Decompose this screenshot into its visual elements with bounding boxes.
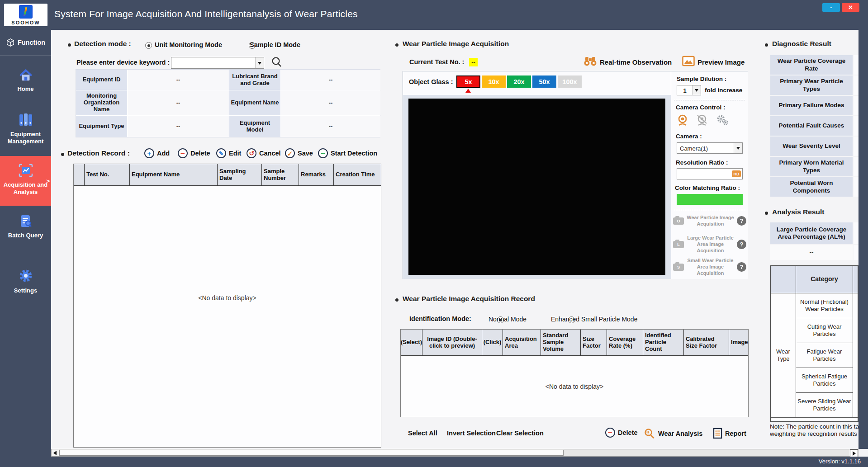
radio-label-normal-mode[interactable]: Normal Mode: [489, 316, 526, 323]
undo-icon: ↺: [247, 148, 256, 158]
select-all-button[interactable]: Select All: [408, 429, 437, 437]
object-glass-50x[interactable]: 50x: [532, 75, 556, 88]
device-keyword-label: Please enter device keyword :: [76, 59, 170, 66]
object-glass-100x[interactable]: 100x: [558, 75, 582, 88]
title-bar: SOOHOW System For Image Acquisition And …: [0, 0, 868, 30]
equipment-id-value: --: [128, 70, 229, 90]
diagnostic-item: Primary Failure Modes: [770, 96, 853, 115]
detection-record-table[interactable]: Test No. Equipment Name Sampling Date Sa…: [73, 164, 381, 448]
camera-l-icon: L: [673, 241, 684, 248]
plus-icon: +: [144, 148, 154, 158]
radio-label-unit-monitoring[interactable]: Unit Monitoring Mode: [155, 41, 222, 48]
realtime-observation-button[interactable]: Real-time Observation: [600, 58, 672, 66]
device-keyword-combobox[interactable]: [171, 57, 264, 69]
sidebar-item-equipment-management[interactable]: Equipment Management: [0, 113, 51, 146]
report-button[interactable]: Report: [713, 428, 746, 439]
equipment-id-label: Equipment ID: [76, 70, 127, 90]
radio-label-sample-id[interactable]: Sample ID Mode: [250, 41, 300, 48]
camera-settings-gears-icon[interactable]: [716, 114, 729, 126]
sample-dilution-combobox[interactable]: 1: [677, 85, 701, 95]
help-icon[interactable]: ?: [737, 240, 746, 249]
sidebar-item-batch-query[interactable]: Batch Query: [0, 214, 51, 239]
cancel-button[interactable]: ↺Cancel: [247, 148, 281, 158]
sample-dilution-label: Sample Dilution :: [677, 75, 726, 82]
header-calibrated-size-factor: Calibrated Size Factor: [684, 330, 729, 355]
large-wear-area-capture-button[interactable]: L Large Wear Particle Area Image Acquisi…: [673, 235, 746, 254]
equipment-info-table: Equipment ID -- Lubricant Brand and Grad…: [76, 69, 380, 137]
divider: [674, 100, 745, 100]
section-bullet: [765, 212, 768, 215]
wear-type-cell: Wear Type: [771, 293, 796, 418]
diagnostic-value: [854, 177, 859, 197]
detection-record-table-body: <No data to display>: [74, 186, 381, 447]
sidebar-item-label: Settings: [0, 287, 51, 294]
sidebar-item-settings[interactable]: Settings: [0, 268, 51, 294]
object-glass-5x[interactable]: 5x: [456, 75, 480, 88]
color-matching-label: Color Matching Ratio :: [675, 184, 740, 191]
chevron-down-icon[interactable]: [255, 57, 264, 68]
horizontal-scrollbar[interactable]: [51, 449, 859, 457]
start-detection-button[interactable]: ~Start Detection: [318, 148, 377, 158]
small-wear-area-capture-button[interactable]: S Small Wear Particle Area Image Acquisi…: [673, 258, 746, 276]
camera-side-controls: Sample Dilution : 1 fold increase Camera…: [671, 71, 748, 279]
chevron-down-icon[interactable]: [692, 85, 701, 95]
camera-value: Camera(1): [680, 145, 708, 151]
object-glass-20x[interactable]: 20x: [507, 75, 531, 88]
category-table: Category Wear Type Normal (Frictional) W…: [770, 265, 859, 422]
search-icon[interactable]: [271, 56, 282, 68]
invert-selection-button[interactable]: Invert Selection: [447, 429, 496, 437]
version-text: Version: v1.1.16: [819, 458, 861, 465]
scrollbar-thumb[interactable]: [59, 450, 564, 456]
minimize-button[interactable]: -: [822, 3, 840, 12]
sidebar-item-label: Equipment Management: [0, 131, 51, 146]
sidebar-item-acquisition-and-analysis[interactable]: Acquisition and Analysis >: [0, 156, 51, 206]
category-row: Cutting Wear Particles: [796, 318, 853, 343]
sidebar-item-label: Batch Query: [0, 232, 51, 239]
webcam-on-icon[interactable]: [677, 114, 688, 127]
add-button[interactable]: +Add: [144, 148, 170, 158]
acquisition-record-table[interactable]: (Select) Image ID (Double-click to previ…: [400, 329, 749, 417]
equipment-name-label: Equipment Name: [229, 90, 280, 115]
image-zone: [403, 95, 671, 279]
delete-records-button[interactable]: −Delete: [605, 428, 638, 438]
detection-mode-title: Detection mode :: [74, 40, 131, 48]
binoculars-icon[interactable]: [583, 56, 597, 67]
home-icon: [18, 68, 34, 82]
camera-combobox[interactable]: Camera(1): [677, 142, 743, 154]
webcam-off-icon[interactable]: [696, 114, 708, 127]
wear-analysis-button[interactable]: Wear Analysis: [644, 428, 702, 439]
save-button[interactable]: ✓Save: [285, 148, 313, 158]
object-glass-label: Object Glass :: [409, 78, 453, 85]
logo-icon: [19, 5, 33, 19]
scroll-right-icon[interactable]: [850, 449, 858, 457]
preview-image-icon[interactable]: [682, 56, 695, 66]
clear-selection-button[interactable]: Clear Selection: [496, 429, 544, 437]
preview-image-button[interactable]: Preview Image: [697, 58, 745, 66]
acquisition-panel: Object Glass : 5x 10x 20x 50x 100x Sampl…: [403, 71, 748, 279]
analysis-result-title: Analysis Result: [772, 208, 824, 216]
object-glass-10x[interactable]: 10x: [482, 75, 506, 88]
section-bullet: [61, 153, 64, 156]
help-icon[interactable]: ?: [737, 216, 746, 226]
acquisition-record-title: Wear Particle Image Acquisition Record: [403, 295, 535, 303]
gear-icon: [18, 268, 33, 283]
category-row: Fatigue Wear Particles: [796, 343, 853, 368]
close-button[interactable]: ✕: [842, 3, 859, 12]
sidebar-item-home[interactable]: Home: [0, 68, 51, 93]
header-remarks: Remarks: [299, 164, 334, 185]
header-standard-sample-volume: Standard Sample Volume: [541, 330, 581, 355]
al-value: --: [770, 245, 853, 260]
header-size-factor: Size Factor: [581, 330, 607, 355]
image-analysis-icon: [18, 163, 33, 178]
acquisition-record-table-header: (Select) Image ID (Double-click to previ…: [401, 330, 748, 356]
wear-particle-capture-button[interactable]: O Wear Particle Image Acquisition ?: [673, 215, 746, 227]
chevron-down-icon[interactable]: [734, 143, 742, 153]
radio-label-enhanced-mode[interactable]: Enhanced Small Particle Mode: [551, 316, 637, 323]
camera-image-area[interactable]: [408, 99, 665, 275]
delete-button[interactable]: −Delete: [178, 148, 210, 158]
logo-text: SOOHOW: [11, 20, 40, 25]
scroll-left-icon[interactable]: [52, 449, 59, 456]
help-icon[interactable]: ?: [737, 262, 746, 272]
edit-button[interactable]: ✎Edit: [216, 148, 241, 158]
radio-unit-monitoring-mode[interactable]: [145, 42, 152, 49]
